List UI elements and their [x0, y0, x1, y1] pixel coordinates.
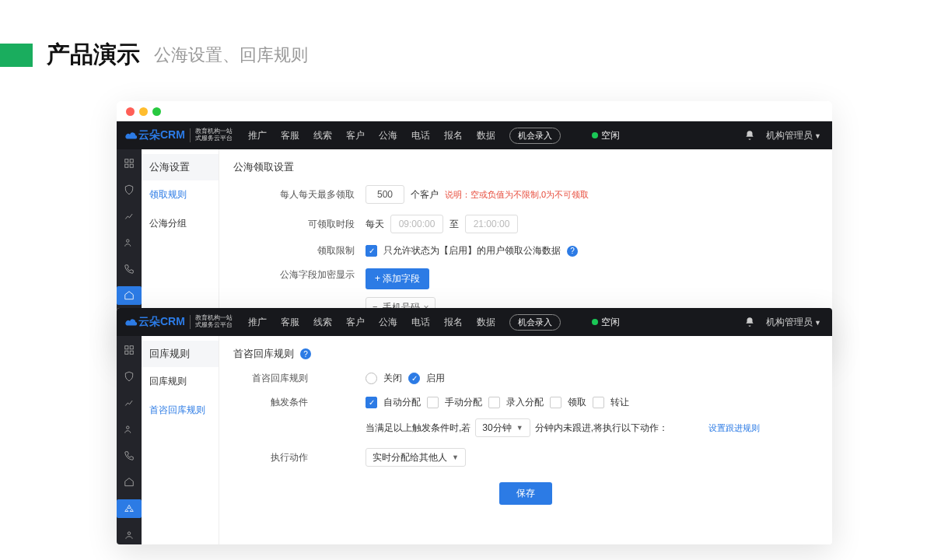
mac-close-icon[interactable]: [126, 107, 135, 116]
content-1: 公海领取设置 每人每天最多领取 500 个客户 说明：空或负值为不限制,0为不可…: [219, 149, 832, 313]
topbar: 云朵CRM 教育机构一站式服务云平台 推广 客服 线索 客户 公海 电话 报名 …: [117, 121, 832, 149]
status-dot-icon: [592, 132, 598, 138]
nav-opportunity-button[interactable]: 机会录入: [509, 128, 561, 144]
topnav-2: 推广 客服 线索 客户 公海 电话 报名 数据 机会录入: [248, 314, 561, 331]
label-daily-limit: 每人每天最多领取: [233, 188, 366, 201]
nav-data[interactable]: 数据: [477, 129, 495, 142]
cb-input-assign[interactable]: [488, 397, 500, 408]
mac-zoom-icon[interactable]: [152, 107, 161, 116]
status-indicator-2[interactable]: 空闲: [592, 316, 620, 329]
row-action: 执行动作 实时分配给其他人▼: [233, 448, 818, 467]
user-menu-2[interactable]: 机构管理员▼: [766, 316, 821, 329]
rail2-analytics-icon[interactable]: [117, 394, 142, 412]
save-button[interactable]: 保存: [499, 482, 552, 505]
cb-auto-assign[interactable]: ✓: [366, 397, 377, 408]
topbar-right: 机构管理员▼: [744, 129, 832, 142]
user-menu[interactable]: 机构管理员▼: [766, 129, 821, 142]
help-icon[interactable]: ?: [567, 246, 578, 257]
topbar-2: 云朵CRM 教育机构一站式服务云平台 推广 客服 线索 客户 公海 电话 报名 …: [117, 308, 832, 336]
input-time-from[interactable]: 09:00:00: [390, 215, 443, 233]
text-enabled-only: 只允许状态为【启用】的用户领取公海数据: [383, 244, 561, 257]
row-enable-rule: 首咨回库规则 关闭 启用: [233, 372, 818, 385]
nav2-phone[interactable]: 电话: [411, 316, 430, 329]
rail2-call-icon[interactable]: [117, 446, 142, 465]
nav-signup[interactable]: 报名: [444, 129, 463, 142]
svg-rect-0: [125, 159, 128, 163]
nav-phone[interactable]: 电话: [411, 129, 430, 142]
logo: 云朵CRM 教育机构一站式服务云平台: [117, 128, 240, 142]
nav-promote[interactable]: 推广: [248, 129, 267, 142]
sidepanel-title-1: 公海设置: [142, 154, 219, 180]
rail-dashboard-icon[interactable]: [117, 154, 142, 173]
bell-icon-2[interactable]: [744, 317, 755, 327]
rail2-dashboard-icon[interactable]: [117, 341, 142, 359]
cb-claim[interactable]: [550, 397, 561, 408]
sidepanel-2: 回库规则 回库规则 首咨回库规则: [142, 336, 219, 544]
status-label-2: 空闲: [601, 316, 620, 329]
label-action: 执行动作: [233, 451, 319, 464]
rail2-shield-icon[interactable]: [117, 367, 142, 386]
exec-prefix: 当满足以上触发条件时,若: [366, 422, 471, 435]
rail-users-icon[interactable]: [117, 233, 142, 252]
nav2-signup[interactable]: 报名: [444, 316, 463, 329]
mac-minimize-icon[interactable]: [139, 107, 148, 116]
checkbox-enabled-only[interactable]: ✓: [366, 245, 377, 257]
input-time-to[interactable]: 21:00:00: [465, 215, 518, 233]
nav-pool[interactable]: 公海: [379, 129, 397, 142]
svg-rect-2: [125, 164, 128, 167]
nav-service[interactable]: 客服: [281, 129, 299, 142]
link-set-followup[interactable]: 设置跟进规则: [708, 422, 760, 434]
app-body-2: 回库规则 回库规则 首咨回库规则 首咨回库规则 ? 首咨回库规则 关闭 启用: [117, 336, 832, 544]
add-field-button[interactable]: + 添加字段: [366, 268, 429, 289]
nav2-opportunity-button[interactable]: 机会录入: [509, 314, 561, 331]
svg-rect-3: [130, 164, 133, 167]
topnav: 推广 客服 线索 客户 公海 电话 报名 数据 机会录入: [248, 128, 561, 144]
rail2-pool-icon[interactable]: [117, 473, 142, 492]
sidepanel-item-first-consult[interactable]: 首咨回库规则: [142, 396, 219, 425]
sidepanel-title-2: 回库规则: [142, 341, 219, 367]
label-enable-rule: 首咨回库规则: [233, 372, 319, 385]
unit-customers: 个客户: [411, 188, 439, 201]
nav2-data[interactable]: 数据: [477, 316, 495, 329]
rail2-recycle-icon[interactable]: [117, 499, 142, 518]
status-dot-icon-2: [592, 319, 598, 325]
status-indicator[interactable]: 空闲: [592, 129, 620, 142]
nav-clients[interactable]: 客户: [346, 129, 365, 142]
help-icon-2[interactable]: ?: [300, 348, 311, 359]
nav-leads[interactable]: 线索: [313, 129, 332, 142]
cb-manual-assign[interactable]: [427, 397, 439, 408]
nav2-clients[interactable]: 客户: [346, 316, 365, 329]
radio-off[interactable]: [366, 373, 377, 384]
svg-point-4: [127, 240, 130, 243]
rail-call-icon[interactable]: [117, 260, 142, 278]
rail-analytics-icon[interactable]: [117, 207, 142, 226]
slide-header: 产品演示 公海设置、回库规则: [0, 39, 308, 71]
rail-shield-icon[interactable]: [117, 180, 142, 199]
note-daily-limit: 说明：空或负值为不限制,0为不可领取: [445, 189, 589, 201]
svg-rect-1: [130, 159, 133, 163]
nav2-promote[interactable]: 推广: [248, 316, 267, 329]
rail2-users-icon[interactable]: [117, 420, 142, 439]
input-daily-limit[interactable]: 500: [366, 185, 404, 204]
row-restrict: 领取限制 ✓ 只允许状态为【启用】的用户领取公海数据 ?: [233, 244, 818, 257]
select-minutes[interactable]: 30分钟▼: [475, 418, 530, 437]
bell-icon[interactable]: [744, 130, 755, 141]
sidepanel-item-return-rules[interactable]: 回库规则: [142, 367, 219, 396]
cb-transfer[interactable]: [593, 397, 604, 408]
svg-point-10: [127, 426, 130, 429]
window-return-rules: 云朵CRM 教育机构一站式服务云平台 推广 客服 线索 客户 公海 电话 报名 …: [117, 308, 832, 544]
nav2-pool[interactable]: 公海: [379, 316, 397, 329]
row-daily-limit: 每人每天最多领取 500 个客户 说明：空或负值为不限制,0为不可领取: [233, 185, 818, 204]
logo-2: 云朵CRM 教育机构一站式服务云平台: [117, 315, 240, 329]
nav2-leads[interactable]: 线索: [313, 316, 332, 329]
sidepanel-item-claim-rules[interactable]: 领取规则: [142, 180, 219, 209]
sidepanel-item-pool-groups[interactable]: 公海分组: [142, 209, 219, 238]
rail-pool-icon[interactable]: [117, 286, 142, 305]
row-trigger: 触发条件 ✓ 自动分配 手动分配 录入分配 领取 转让: [233, 396, 818, 437]
rail2-people-icon[interactable]: [117, 526, 142, 544]
section-title-1: 公海领取设置: [233, 160, 818, 174]
radio-on[interactable]: [408, 373, 420, 384]
svg-point-11: [128, 532, 131, 535]
select-action[interactable]: 实时分配给其他人▼: [366, 448, 466, 467]
nav2-service[interactable]: 客服: [281, 316, 299, 329]
